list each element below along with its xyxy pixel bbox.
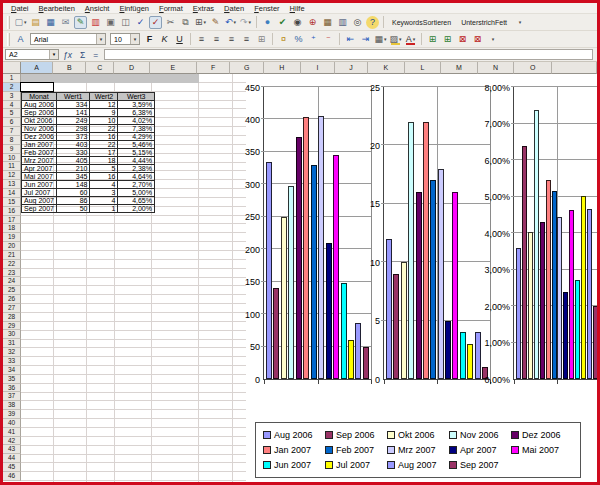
table-cell[interactable]: 16 xyxy=(90,132,118,140)
table-cell[interactable]: 17 xyxy=(90,148,118,156)
chevron-down-icon[interactable]: ▾ xyxy=(96,34,105,44)
table-cell[interactable]: 16 xyxy=(90,172,118,180)
table-cell[interactable]: 22 xyxy=(90,124,118,132)
align-right-icon[interactable]: ≡ xyxy=(225,33,238,46)
chart-wert2[interactable]: 0510152025 xyxy=(369,86,491,386)
column-header-l[interactable]: L xyxy=(405,62,442,74)
increase-indent-icon[interactable]: ⇥ xyxy=(359,33,372,46)
table-cell[interactable]: 345 xyxy=(56,172,90,180)
insert-columns-icon[interactable]: ⊞ xyxy=(441,33,454,46)
cut-icon[interactable]: ✂ xyxy=(164,16,177,29)
table-cell[interactable]: 9 xyxy=(90,108,118,116)
row-header-33[interactable]: 33 xyxy=(3,357,21,366)
paste-icon[interactable]: ⊞▾ xyxy=(194,16,207,29)
row-header-35[interactable]: 35 xyxy=(3,375,21,384)
menu-item-extras[interactable]: Extras xyxy=(188,3,219,14)
gallery-icon[interactable]: ▦ xyxy=(321,16,334,29)
function-icon[interactable]: = xyxy=(93,50,98,60)
row-header-40[interactable]: 40 xyxy=(3,419,21,428)
row-header-15[interactable]: 15 xyxy=(3,198,21,207)
export-pdf-icon[interactable]: ▥ xyxy=(89,16,102,29)
italic-button[interactable]: K xyxy=(158,33,171,46)
table-cell[interactable]: 141 xyxy=(56,108,90,116)
table-header-cell[interactable]: Wert3 xyxy=(118,92,155,100)
align-center-icon[interactable]: ≡ xyxy=(210,33,223,46)
column-header-c[interactable]: C xyxy=(86,62,114,74)
row-header-8[interactable]: 8 xyxy=(3,136,21,145)
table-cell[interactable]: 4,02% xyxy=(118,116,155,124)
table-cell[interactable]: 5,46% xyxy=(118,140,155,148)
table-cell[interactable]: 2,00% xyxy=(118,204,155,212)
redo-icon[interactable]: ↷▾ xyxy=(239,16,252,29)
column-header-n[interactable]: N xyxy=(478,62,515,74)
menu-item-datei[interactable]: Datei xyxy=(6,3,34,14)
navigator-icon[interactable]: ⊕ xyxy=(306,16,319,29)
table-header-cell[interactable]: Wert2 xyxy=(90,92,118,100)
table-cell[interactable]: Sep 2006 xyxy=(22,108,57,116)
row-header-18[interactable]: 18 xyxy=(3,224,21,233)
row-header-25[interactable]: 25 xyxy=(3,286,21,295)
menu-item-einfugen[interactable]: Einfügen xyxy=(114,3,154,14)
toolbar-grip[interactable] xyxy=(7,33,10,46)
row-header-46[interactable]: 46 xyxy=(3,472,21,481)
font-name-combo[interactable]: Arial ▾ xyxy=(30,33,106,45)
table-cell[interactable]: 3,59% xyxy=(118,100,155,108)
column-header-a[interactable]: A xyxy=(21,62,53,74)
currency-format-icon[interactable]: ¤ xyxy=(277,33,290,46)
toolbar-overflow-icon[interactable]: ▾ xyxy=(513,16,526,29)
undo-icon[interactable]: ↶▾ xyxy=(224,16,237,29)
page-preview-icon[interactable]: ◫ xyxy=(119,16,132,29)
table-cell[interactable]: 148 xyxy=(56,180,90,188)
active-cell-cursor[interactable] xyxy=(20,82,54,92)
table-cell[interactable]: Jan 2007 xyxy=(22,140,57,148)
table-cell[interactable]: Feb 2007 xyxy=(22,148,57,156)
table-cell[interactable]: 298 xyxy=(56,124,90,132)
row-header-21[interactable]: 21 xyxy=(3,251,21,260)
sum-icon[interactable]: Σ xyxy=(80,50,85,60)
row-header-30[interactable]: 30 xyxy=(3,330,21,339)
table-cell[interactable]: 4,29% xyxy=(118,132,155,140)
row-header-24[interactable]: 24 xyxy=(3,277,21,286)
row-header-6[interactable]: 6 xyxy=(3,118,21,127)
table-cell[interactable]: 2,70% xyxy=(118,180,155,188)
styles-icon[interactable]: A xyxy=(14,33,27,46)
row-header-43[interactable]: 43 xyxy=(3,445,21,454)
row-header-12[interactable]: 12 xyxy=(3,171,21,180)
column-header-k[interactable]: K xyxy=(368,62,405,74)
row-header-29[interactable]: 29 xyxy=(3,322,21,331)
table-cell[interactable]: 10 xyxy=(90,116,118,124)
table-cell[interactable]: 4,64% xyxy=(118,172,155,180)
table-cell[interactable]: Jul 2007 xyxy=(22,188,57,196)
table-cell[interactable]: 22 xyxy=(90,140,118,148)
font-size-combo[interactable]: 10 ▾ xyxy=(110,33,140,45)
table-cell[interactable]: 4 xyxy=(90,196,118,204)
table-cell[interactable]: Jun 2007 xyxy=(22,180,57,188)
table-cell[interactable]: 405 xyxy=(56,156,90,164)
merge-cells-icon[interactable]: ⊞ xyxy=(255,33,268,46)
row-header-31[interactable]: 31 xyxy=(3,339,21,348)
chart-wert1[interactable]: 050100150200250300350400450 xyxy=(246,86,372,386)
menu-item-format[interactable]: Format xyxy=(154,3,188,14)
column-header-i[interactable]: I xyxy=(301,62,336,74)
name-box[interactable]: A2 ▾ xyxy=(5,49,59,60)
delete-rows-icon[interactable]: ⊠ xyxy=(456,33,469,46)
toolbar-overflow-icon[interactable]: ▾ xyxy=(486,33,499,46)
delete-columns-icon[interactable]: ⊠ xyxy=(471,33,484,46)
table-cell[interactable]: Aug 2007 xyxy=(22,196,57,204)
table-cell[interactable]: 403 xyxy=(56,140,90,148)
align-left-icon[interactable]: ≡ xyxy=(195,33,208,46)
table-cell[interactable]: Apr 2007 xyxy=(22,164,57,172)
open-folder-icon[interactable]: ▤ xyxy=(29,16,42,29)
table-cell[interactable]: Nov 2006 xyxy=(22,124,57,132)
table-cell[interactable]: 12 xyxy=(90,100,118,108)
zoom-icon[interactable]: ◎ xyxy=(351,16,364,29)
row-header-26[interactable]: 26 xyxy=(3,295,21,304)
keywords-sortieren-button[interactable]: KeywordsSortieren xyxy=(388,18,455,27)
menu-item-ansicht[interactable]: Ansicht xyxy=(80,3,115,14)
table-cell[interactable]: Mrz 2007 xyxy=(22,156,57,164)
row-header-45[interactable]: 45 xyxy=(3,463,21,472)
edit-file-icon[interactable]: ✎ xyxy=(74,16,87,29)
help-icon[interactable]: ? xyxy=(366,16,379,29)
table-cell[interactable]: 2,38% xyxy=(118,164,155,172)
insert-rows-icon[interactable]: ⊞ xyxy=(426,33,439,46)
